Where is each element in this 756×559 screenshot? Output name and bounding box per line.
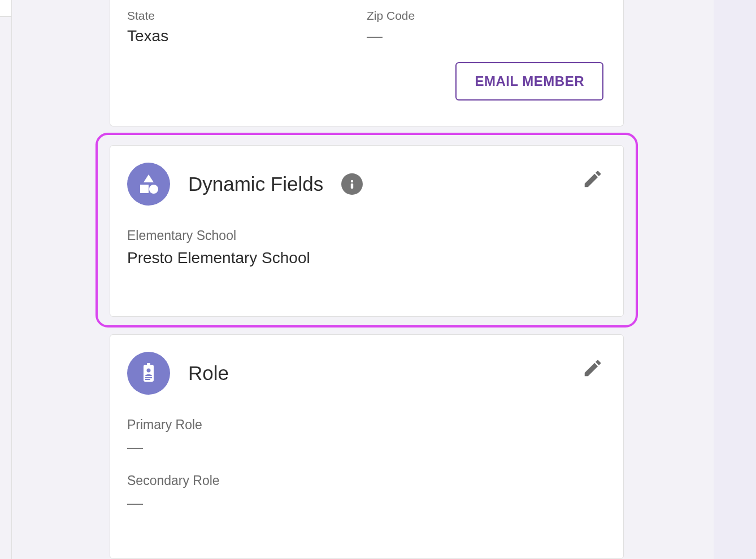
zip-value: —	[367, 27, 606, 45]
svg-rect-6	[147, 363, 150, 368]
role-body: Primary Role — Secondary Role —	[110, 395, 623, 512]
role-title: Role	[188, 362, 229, 385]
state-field-group: State Texas	[127, 9, 367, 45]
secondary-role-field: Secondary Role —	[127, 473, 606, 512]
address-card: State Texas Zip Code — EMAIL MEMBER	[110, 0, 624, 126]
dynamic-fields-card: Dynamic Fields Elementary School Presto …	[110, 145, 624, 317]
svg-rect-1	[140, 185, 149, 193]
badge-icon	[127, 352, 170, 395]
elementary-school-field: Elementary School Presto Elementary Scho…	[127, 228, 606, 267]
zip-label: Zip Code	[367, 9, 606, 23]
dynamic-fields-body: Elementary School Presto Elementary Scho…	[110, 206, 623, 267]
secondary-role-label: Secondary Role	[127, 473, 606, 488]
svg-rect-4	[351, 184, 353, 189]
primary-role-field: Primary Role —	[127, 417, 606, 456]
role-header: Role	[110, 335, 623, 395]
primary-role-label: Primary Role	[127, 417, 606, 433]
svg-marker-0	[144, 174, 154, 182]
dynamic-fields-title: Dynamic Fields	[188, 173, 323, 195]
state-label: State	[127, 9, 367, 23]
elementary-school-label: Elementary School	[127, 228, 606, 243]
shapes-icon	[127, 163, 170, 206]
elementary-school-value: Presto Elementary School	[127, 249, 606, 267]
dynamic-fields-header: Dynamic Fields	[110, 146, 623, 206]
right-purple-edge	[714, 0, 756, 559]
edit-role-button[interactable]	[582, 357, 603, 381]
svg-point-3	[351, 180, 353, 182]
zip-field-group: Zip Code —	[367, 9, 606, 45]
secondary-role-value: —	[127, 494, 606, 512]
main-content-area: State Texas Zip Code — EMAIL MEMBER Dyna…	[11, 0, 714, 559]
left-white-edge	[0, 0, 11, 17]
edit-dynamic-fields-button[interactable]	[582, 168, 603, 192]
svg-point-2	[149, 185, 158, 194]
info-icon[interactable]	[341, 173, 363, 195]
email-button-wrapper: EMAIL MEMBER	[455, 62, 603, 101]
svg-rect-8	[145, 377, 152, 378]
email-member-button[interactable]: EMAIL MEMBER	[455, 62, 603, 101]
svg-point-7	[147, 369, 151, 373]
address-field-row: State Texas Zip Code —	[110, 0, 623, 45]
role-card: Role Primary Role — Secondary Role —	[110, 334, 624, 559]
primary-role-value: —	[127, 438, 606, 456]
state-value: Texas	[127, 27, 367, 45]
svg-rect-9	[145, 379, 150, 380]
